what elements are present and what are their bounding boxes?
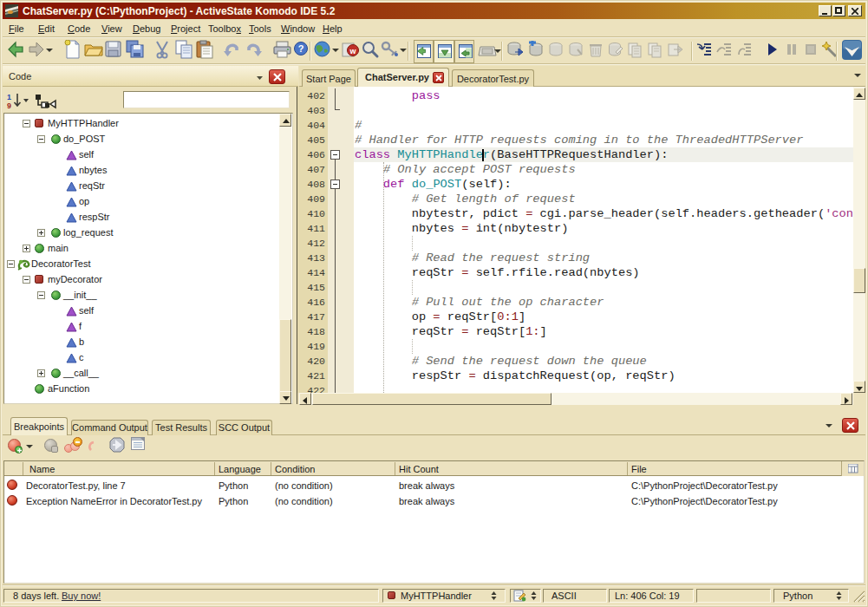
svg-text:?: ?: [298, 43, 304, 54]
svg-text:1: 1: [7, 93, 11, 101]
svg-text:9: 9: [7, 101, 11, 110]
svg-text:w: w: [349, 47, 356, 55]
